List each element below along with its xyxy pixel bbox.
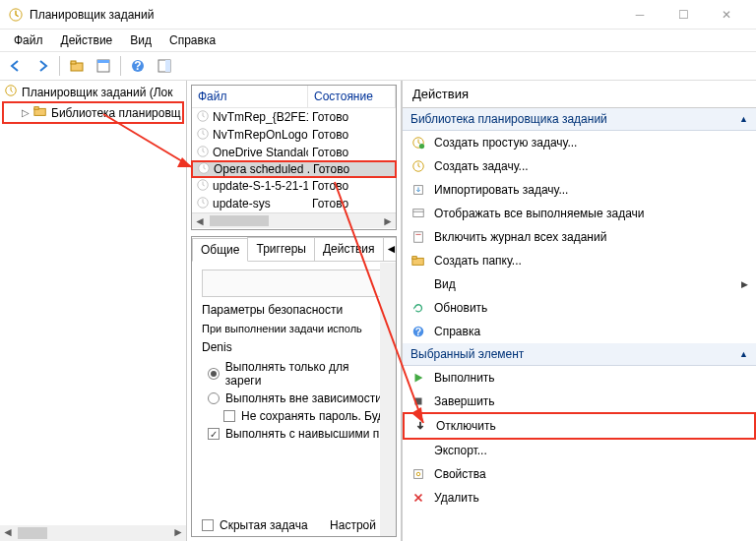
back-button[interactable] xyxy=(4,54,28,78)
svg-text:?: ? xyxy=(134,59,141,73)
enable-log-icon xyxy=(410,229,426,245)
action-run[interactable]: Выполнить xyxy=(403,366,756,390)
folder-icon xyxy=(33,104,47,121)
maximize-button[interactable]: ☐ xyxy=(662,1,705,29)
task-row[interactable]: Opera scheduled ...Готово xyxy=(191,160,397,178)
expand-icon[interactable]: ▷ xyxy=(22,107,30,118)
display-all-icon xyxy=(410,206,426,221)
actions-pane: Действия Библиотека планировщика заданий… xyxy=(402,81,756,541)
svg-rect-4 xyxy=(97,60,109,63)
check-hidden[interactable] xyxy=(202,519,214,531)
task-list: Файл Состояние NvTmRep_{B2FE19...ГотовоN… xyxy=(191,85,397,230)
user-label: Denis xyxy=(202,340,386,354)
detail-scrollbar[interactable] xyxy=(380,263,396,536)
view-icon xyxy=(410,276,426,292)
help-icon[interactable]: ? xyxy=(126,54,150,78)
action-folder[interactable]: Создать папку... xyxy=(403,249,756,272)
actions-lib-header[interactable]: Библиотека планировщика заданий▲ xyxy=(403,108,756,131)
tab-actions[interactable]: Действия xyxy=(314,237,384,261)
minimize-button[interactable]: ─ xyxy=(618,1,662,29)
check-highest[interactable]: ✓ xyxy=(208,428,220,440)
folder-icon[interactable] xyxy=(65,54,89,78)
task-row[interactable]: NvTmRep_{B2FE19...Готово xyxy=(192,108,396,126)
task-row[interactable]: update-S-1-5-21-1...Готово xyxy=(192,177,396,195)
refresh-icon xyxy=(410,300,426,316)
action-clock-create[interactable]: Создать простую задачу... xyxy=(403,131,756,154)
radio-loggedon[interactable] xyxy=(208,368,220,380)
action-enable-log[interactable]: Включить журнал всех заданий xyxy=(403,225,756,249)
tab-triggers[interactable]: Триггеры xyxy=(247,237,315,261)
tree-root[interactable]: Планировщик заданий (Лок xyxy=(2,83,184,101)
col-state[interactable]: Состояние xyxy=(308,86,396,107)
action-import[interactable]: Импортировать задачу... xyxy=(403,178,756,202)
svg-rect-22 xyxy=(413,210,424,217)
menu-view[interactable]: Вид xyxy=(122,31,159,49)
action-export[interactable]: Экспорт... xyxy=(403,439,756,462)
actions-title: Действия xyxy=(403,81,756,108)
task-row[interactable]: OneDrive Standalo..Готово xyxy=(192,144,396,161)
action-view[interactable]: Вид▶ xyxy=(403,272,756,296)
pane2-icon[interactable] xyxy=(153,54,176,78)
chevron-up-icon: ▲ xyxy=(739,114,748,124)
end-icon xyxy=(410,393,426,409)
svg-rect-27 xyxy=(412,257,416,260)
svg-text:?: ? xyxy=(415,326,421,337)
menu-help[interactable]: Справка xyxy=(161,31,223,49)
runas-label: При выполнении задачи исполь xyxy=(202,323,386,334)
menu-file[interactable]: Файл xyxy=(6,31,51,49)
menu-action[interactable]: Действие xyxy=(53,31,121,49)
clock-icon xyxy=(410,158,426,174)
action-props[interactable]: Свойства xyxy=(403,462,756,486)
tab-general[interactable]: Общие xyxy=(192,238,248,262)
security-params-label: Параметры безопасности xyxy=(202,303,386,317)
disable-icon xyxy=(412,418,428,434)
titlebar: Планировщик заданий ─ ☐ ✕ xyxy=(0,0,756,30)
tree-pane: Планировщик заданий (Лок ▷ Библиотека пл… xyxy=(0,81,187,541)
action-clock[interactable]: Создать задачу... xyxy=(403,154,756,178)
svg-rect-24 xyxy=(414,232,423,243)
chevron-up-icon: ▲ xyxy=(739,349,748,359)
help-icon: ? xyxy=(410,324,426,339)
action-refresh[interactable]: Обновить xyxy=(403,296,756,320)
clock-icon xyxy=(197,161,211,178)
middle-pane: Файл Состояние NvTmRep_{B2FE19...ГотовоN… xyxy=(187,81,402,541)
action-help[interactable]: ?Справка xyxy=(403,320,756,343)
clock-icon xyxy=(196,127,210,144)
clock-create-icon xyxy=(410,135,426,150)
svg-rect-2 xyxy=(71,61,76,64)
description-field[interactable] xyxy=(202,270,386,297)
app-icon xyxy=(8,7,24,23)
action-end[interactable]: Завершить xyxy=(403,390,756,413)
detail-pane: Общие Триггеры Действия ◄ ► Параметры бе… xyxy=(191,236,397,537)
actions-sel-header[interactable]: Выбранный элемент▲ xyxy=(403,343,756,366)
clock-icon xyxy=(196,145,210,161)
action-disable[interactable]: Отключить xyxy=(403,412,756,440)
tree-scrollbar[interactable]: ◄ ► xyxy=(0,525,186,541)
forward-button[interactable] xyxy=(31,54,54,78)
radio-anytime[interactable] xyxy=(208,392,220,404)
menubar: Файл Действие Вид Справка xyxy=(0,30,756,51)
tab-nav-left[interactable]: ◄ xyxy=(383,237,397,261)
action-display-all[interactable]: Отображать все выполняемые задачи xyxy=(403,202,756,225)
tasklist-scrollbar[interactable]: ◄► xyxy=(192,212,396,228)
folder-icon xyxy=(410,253,426,269)
settings-label: Настрой xyxy=(330,518,376,532)
pane-icon[interactable] xyxy=(92,54,115,78)
clock-icon xyxy=(4,84,18,100)
col-file[interactable]: Файл xyxy=(192,86,308,107)
svg-rect-31 xyxy=(414,470,423,479)
task-row[interactable]: update-sysГотово xyxy=(192,195,396,212)
props-icon xyxy=(410,466,426,482)
task-row[interactable]: NvTmRepOnLogo...Готово xyxy=(192,126,396,144)
tree-library[interactable]: ▷ Библиотека планировщ xyxy=(2,101,184,124)
clock-icon xyxy=(196,109,210,126)
window-title: Планировщик заданий xyxy=(30,8,154,22)
svg-rect-8 xyxy=(165,60,170,72)
clock-icon xyxy=(196,178,210,195)
svg-rect-30 xyxy=(415,398,422,405)
check-nopwd[interactable] xyxy=(223,410,235,422)
action-delete[interactable]: Удалить xyxy=(403,486,756,510)
close-button[interactable]: ✕ xyxy=(705,1,748,29)
toolbar: ? xyxy=(0,51,756,81)
run-icon xyxy=(410,370,426,386)
